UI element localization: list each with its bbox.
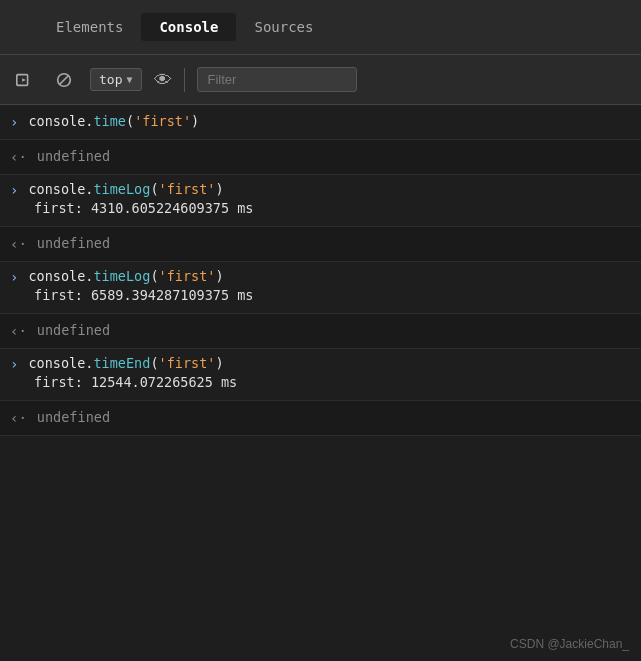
arrow-left-icon: ‹· <box>10 147 27 168</box>
tab-sources[interactable]: Sources <box>236 13 331 41</box>
code-open-7: ( <box>150 355 158 371</box>
console-entry-6: ‹· undefined <box>0 314 641 349</box>
code-line-5: console.timeLog('first') <box>28 268 223 284</box>
code-open-5: ( <box>150 268 158 284</box>
console-entry-8: ‹· undefined <box>0 401 641 436</box>
svg-line-6 <box>60 75 69 84</box>
arrow-right-icon-4: › <box>10 356 18 372</box>
chevron-down-icon: ▼ <box>126 74 132 85</box>
code-close-3: ) <box>215 181 223 197</box>
tab-elements[interactable]: Elements <box>38 13 141 41</box>
result-line-1: first: 4310.605224609375 ms <box>10 198 631 222</box>
arrow-left-icon-2: ‹· <box>10 234 27 255</box>
code-line-7: console.timeEnd('first') <box>28 355 223 371</box>
result-line-2: first: 6589.394287109375 ms <box>10 285 631 309</box>
arrow-right-icon-3: › <box>10 269 18 285</box>
console-entry-3: › console.timeLog('first') first: 4310.6… <box>0 175 641 227</box>
code-close-5: ) <box>215 268 223 284</box>
method-timelog-2: timeLog <box>93 268 150 284</box>
code-open: ( <box>126 113 134 129</box>
clear-errors-icon[interactable] <box>50 66 78 94</box>
console-output: › console.time('first') ‹· undefined › c… <box>0 105 641 661</box>
method-timeend: timeEnd <box>93 355 150 371</box>
code-close: ) <box>191 113 199 129</box>
arg-first-5: 'first' <box>159 268 216 284</box>
code-close-7: ) <box>215 355 223 371</box>
code-line-1: console.time('first') <box>28 111 199 131</box>
code-line-3: console.timeLog('first') <box>28 181 223 197</box>
console-toolbar: top ▼ 👁 <box>0 55 641 105</box>
console-entry-5: › console.timeLog('first') first: 6589.3… <box>0 262 641 314</box>
undefined-text-4: undefined <box>37 407 110 427</box>
arrow-left-icon-4: ‹· <box>10 408 27 429</box>
arg-first-3: 'first' <box>159 181 216 197</box>
console-entry-4: ‹· undefined <box>0 227 641 262</box>
console-entry-7: › console.timeEnd('first') first: 12544.… <box>0 349 641 401</box>
method-time: time <box>93 113 126 129</box>
execute-icon[interactable] <box>10 66 38 94</box>
devtools-icons <box>8 17 18 38</box>
undefined-text-3: undefined <box>37 320 110 340</box>
watermark: CSDN @JackieChan_ <box>510 637 629 651</box>
method-timelog-1: timeLog <box>93 181 150 197</box>
console-entry-1: › console.time('first') <box>0 105 641 140</box>
arrow-right-icon: › <box>10 112 18 133</box>
code-prefix-3: console. <box>28 181 93 197</box>
arrow-right-icon-2: › <box>10 182 18 198</box>
svg-marker-4 <box>22 78 26 82</box>
arg-first: 'first' <box>134 113 191 129</box>
code-open-3: ( <box>150 181 158 197</box>
code-prefix: console. <box>28 113 93 129</box>
undefined-text-2: undefined <box>37 233 110 253</box>
eye-icon[interactable]: 👁 <box>154 69 172 90</box>
separator <box>184 68 185 92</box>
filter-input[interactable] <box>197 67 357 92</box>
arrow-left-icon-3: ‹· <box>10 321 27 342</box>
result-line-3: first: 12544.072265625 ms <box>10 372 631 396</box>
arg-first-7: 'first' <box>159 355 216 371</box>
code-prefix-5: console. <box>28 268 93 284</box>
context-label: top <box>99 72 122 87</box>
console-entry-2: ‹· undefined <box>0 140 641 175</box>
undefined-text-1: undefined <box>37 146 110 166</box>
tab-console[interactable]: Console <box>141 13 236 41</box>
context-selector[interactable]: top ▼ <box>90 68 142 91</box>
tab-bar: Elements Console Sources <box>0 0 641 55</box>
code-prefix-7: console. <box>28 355 93 371</box>
